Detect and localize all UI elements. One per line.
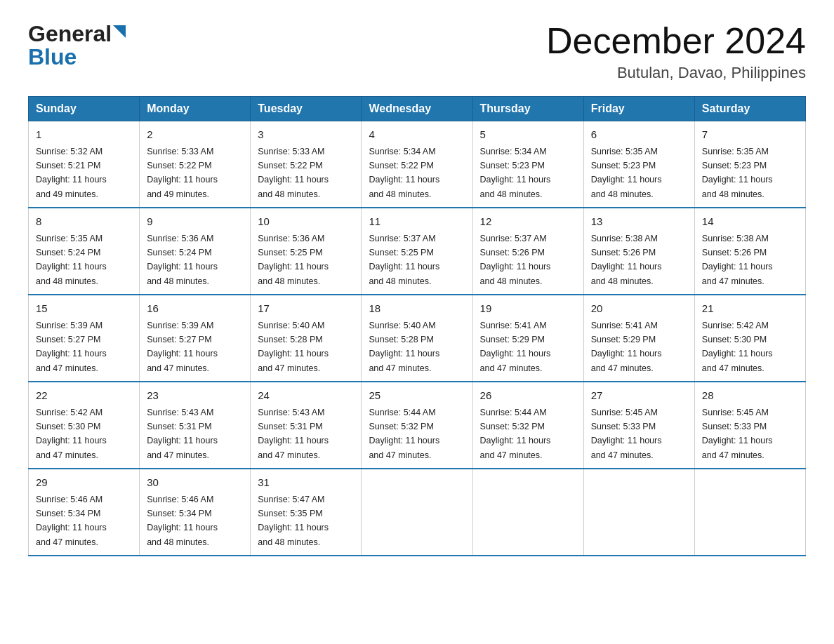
calendar-cell (362, 469, 472, 556)
day-info: Sunrise: 5:39 AMSunset: 5:27 PMDaylight:… (147, 321, 218, 373)
day-info: Sunrise: 5:43 AMSunset: 5:31 PMDaylight:… (258, 408, 329, 460)
calendar-cell: 20 Sunrise: 5:41 AMSunset: 5:29 PMDaylig… (583, 295, 694, 382)
day-number: 7 (702, 127, 798, 143)
day-info: Sunrise: 5:33 AMSunset: 5:22 PMDaylight:… (258, 147, 329, 199)
day-number: 25 (369, 388, 465, 404)
col-saturday: Saturday (694, 97, 805, 121)
day-number: 4 (369, 127, 465, 143)
day-info: Sunrise: 5:39 AMSunset: 5:27 PMDaylight:… (36, 321, 107, 373)
calendar-table: Sunday Monday Tuesday Wednesday Thursday… (28, 96, 806, 556)
calendar-cell: 30 Sunrise: 5:46 AMSunset: 5:34 PMDaylig… (140, 469, 251, 556)
calendar-cell: 28 Sunrise: 5:45 AMSunset: 5:33 PMDaylig… (694, 382, 805, 469)
day-number: 2 (147, 127, 243, 143)
calendar-cell (583, 469, 694, 556)
svg-marker-0 (113, 25, 126, 38)
day-info: Sunrise: 5:36 AMSunset: 5:25 PMDaylight:… (258, 234, 329, 286)
page-header: General Blue December 2024 Butulan, Dava… (28, 21, 806, 82)
calendar-cell (694, 469, 805, 556)
day-info: Sunrise: 5:34 AMSunset: 5:22 PMDaylight:… (369, 147, 439, 199)
calendar-cell: 13 Sunrise: 5:38 AMSunset: 5:26 PMDaylig… (583, 208, 694, 295)
day-info: Sunrise: 5:38 AMSunset: 5:26 PMDaylight:… (591, 234, 662, 286)
day-number: 30 (147, 475, 243, 491)
day-number: 12 (480, 214, 576, 230)
logo-blue-text: Blue (28, 44, 77, 70)
day-info: Sunrise: 5:34 AMSunset: 5:23 PMDaylight:… (480, 147, 551, 199)
calendar-cell: 8 Sunrise: 5:35 AMSunset: 5:24 PMDayligh… (29, 208, 140, 295)
day-number: 19 (480, 301, 576, 317)
day-info: Sunrise: 5:46 AMSunset: 5:34 PMDaylight:… (147, 495, 218, 547)
col-tuesday: Tuesday (251, 97, 362, 121)
col-wednesday: Wednesday (362, 97, 472, 121)
week-row-2: 8 Sunrise: 5:35 AMSunset: 5:24 PMDayligh… (29, 208, 806, 295)
day-info: Sunrise: 5:32 AMSunset: 5:21 PMDaylight:… (36, 147, 107, 199)
logo: General Blue (28, 21, 127, 70)
day-number: 28 (702, 388, 798, 404)
day-info: Sunrise: 5:40 AMSunset: 5:28 PMDaylight:… (369, 321, 439, 373)
logo-image: General (28, 21, 127, 47)
day-info: Sunrise: 5:43 AMSunset: 5:31 PMDaylight:… (147, 408, 218, 460)
calendar-cell: 31 Sunrise: 5:47 AMSunset: 5:35 PMDaylig… (251, 469, 362, 556)
day-info: Sunrise: 5:38 AMSunset: 5:26 PMDaylight:… (702, 234, 773, 286)
col-friday: Friday (583, 97, 694, 121)
col-monday: Monday (140, 97, 251, 121)
day-number: 16 (147, 301, 243, 317)
week-row-5: 29 Sunrise: 5:46 AMSunset: 5:34 PMDaylig… (29, 469, 806, 556)
week-row-4: 22 Sunrise: 5:42 AMSunset: 5:30 PMDaylig… (29, 382, 806, 469)
calendar-cell: 11 Sunrise: 5:37 AMSunset: 5:25 PMDaylig… (362, 208, 472, 295)
day-number: 23 (147, 388, 243, 404)
calendar-cell: 24 Sunrise: 5:43 AMSunset: 5:31 PMDaylig… (251, 382, 362, 469)
day-number: 18 (369, 301, 465, 317)
day-info: Sunrise: 5:46 AMSunset: 5:34 PMDaylight:… (36, 495, 107, 547)
day-info: Sunrise: 5:47 AMSunset: 5:35 PMDaylight:… (258, 495, 329, 547)
calendar-body: 1 Sunrise: 5:32 AMSunset: 5:21 PMDayligh… (29, 121, 806, 556)
calendar-cell: 18 Sunrise: 5:40 AMSunset: 5:28 PMDaylig… (362, 295, 472, 382)
day-number: 6 (591, 127, 687, 143)
day-info: Sunrise: 5:40 AMSunset: 5:28 PMDaylight:… (258, 321, 329, 373)
calendar-cell: 16 Sunrise: 5:39 AMSunset: 5:27 PMDaylig… (140, 295, 251, 382)
day-info: Sunrise: 5:44 AMSunset: 5:32 PMDaylight:… (369, 408, 439, 460)
calendar-cell: 21 Sunrise: 5:42 AMSunset: 5:30 PMDaylig… (694, 295, 805, 382)
day-info: Sunrise: 5:41 AMSunset: 5:29 PMDaylight:… (480, 321, 551, 373)
day-number: 17 (258, 301, 354, 317)
day-number: 11 (369, 214, 465, 230)
day-info: Sunrise: 5:44 AMSunset: 5:32 PMDaylight:… (480, 408, 551, 460)
day-number: 29 (36, 475, 132, 491)
day-number: 21 (702, 301, 798, 317)
calendar-cell: 4 Sunrise: 5:34 AMSunset: 5:22 PMDayligh… (362, 121, 472, 208)
calendar-cell: 26 Sunrise: 5:44 AMSunset: 5:32 PMDaylig… (472, 382, 583, 469)
logo-general-text: General (28, 21, 112, 47)
day-number: 26 (480, 388, 576, 404)
day-number: 20 (591, 301, 687, 317)
col-sunday: Sunday (29, 97, 140, 121)
day-info: Sunrise: 5:37 AMSunset: 5:25 PMDaylight:… (369, 234, 439, 286)
week-row-1: 1 Sunrise: 5:32 AMSunset: 5:21 PMDayligh… (29, 121, 806, 208)
calendar-cell: 19 Sunrise: 5:41 AMSunset: 5:29 PMDaylig… (472, 295, 583, 382)
calendar-cell: 12 Sunrise: 5:37 AMSunset: 5:26 PMDaylig… (472, 208, 583, 295)
calendar-cell: 5 Sunrise: 5:34 AMSunset: 5:23 PMDayligh… (472, 121, 583, 208)
calendar-cell: 29 Sunrise: 5:46 AMSunset: 5:34 PMDaylig… (29, 469, 140, 556)
month-title: December 2024 (546, 21, 806, 61)
calendar-cell (472, 469, 583, 556)
calendar-cell: 1 Sunrise: 5:32 AMSunset: 5:21 PMDayligh… (29, 121, 140, 208)
day-info: Sunrise: 5:36 AMSunset: 5:24 PMDaylight:… (147, 234, 218, 286)
day-number: 3 (258, 127, 354, 143)
day-number: 9 (147, 214, 243, 230)
location-subtitle: Butulan, Davao, Philippines (546, 64, 806, 82)
day-number: 5 (480, 127, 576, 143)
day-number: 22 (36, 388, 132, 404)
calendar-cell: 25 Sunrise: 5:44 AMSunset: 5:32 PMDaylig… (362, 382, 472, 469)
calendar-cell: 10 Sunrise: 5:36 AMSunset: 5:25 PMDaylig… (251, 208, 362, 295)
header-row: Sunday Monday Tuesday Wednesday Thursday… (29, 97, 806, 121)
calendar-cell: 3 Sunrise: 5:33 AMSunset: 5:22 PMDayligh… (251, 121, 362, 208)
day-number: 14 (702, 214, 798, 230)
day-info: Sunrise: 5:35 AMSunset: 5:24 PMDaylight:… (36, 234, 107, 286)
day-number: 13 (591, 214, 687, 230)
day-number: 10 (258, 214, 354, 230)
col-thursday: Thursday (472, 97, 583, 121)
day-number: 27 (591, 388, 687, 404)
day-info: Sunrise: 5:37 AMSunset: 5:26 PMDaylight:… (480, 234, 551, 286)
calendar-cell: 17 Sunrise: 5:40 AMSunset: 5:28 PMDaylig… (251, 295, 362, 382)
calendar-header: Sunday Monday Tuesday Wednesday Thursday… (29, 97, 806, 121)
day-info: Sunrise: 5:42 AMSunset: 5:30 PMDaylight:… (702, 321, 773, 373)
day-info: Sunrise: 5:42 AMSunset: 5:30 PMDaylight:… (36, 408, 107, 460)
